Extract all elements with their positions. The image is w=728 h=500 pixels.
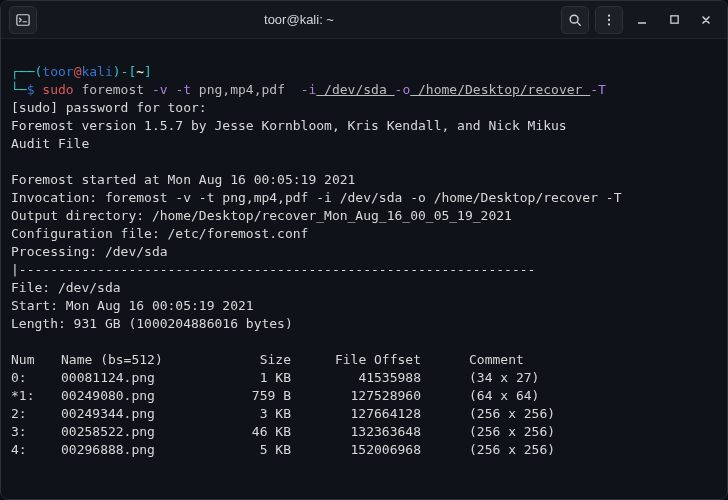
svg-point-1 bbox=[570, 15, 578, 23]
prompt-line-2: └─$ sudo foremost -v -t png,mp4,pdf -i /… bbox=[11, 82, 606, 97]
search-icon[interactable] bbox=[561, 6, 589, 34]
processing-line: Processing: /dev/sda bbox=[11, 244, 168, 259]
kebab-menu-icon[interactable] bbox=[595, 6, 623, 34]
terminal-output[interactable]: ┌──(toor@kali)-[~] └─$ sudo foremost -v … bbox=[1, 39, 727, 499]
foremost-version-line: Foremost version 1.5.7 by Jesse Kornbloo… bbox=[11, 118, 567, 133]
close-icon[interactable] bbox=[693, 8, 719, 32]
header-size: Size bbox=[231, 351, 321, 369]
invocation-line: Invocation: foremost -v -t png,mp4,pdf -… bbox=[11, 190, 621, 205]
length-line: Length: 931 GB (1000204886016 bytes) bbox=[11, 316, 293, 331]
table-header-row: Num Name (bs=512) Size File Offset Comme… bbox=[11, 351, 555, 369]
table-row: 2: 00249344.png 3 KB 127664128 (256 x 25… bbox=[11, 405, 555, 423]
output-directory-line: Output directory: /home/Desktop/recover_… bbox=[11, 208, 512, 223]
header-offset: File Offset bbox=[321, 351, 451, 369]
config-file-line: Configuration file: /etc/foremost.conf bbox=[11, 226, 308, 241]
header-name: Name (bs=512) bbox=[61, 351, 231, 369]
minimize-icon[interactable] bbox=[629, 8, 655, 32]
titlebar: toor@kali: ~ bbox=[1, 1, 727, 39]
audit-file-line: Audit File bbox=[11, 136, 89, 151]
table-row: 4: 00296888.png 5 KB 152006968 (256 x 25… bbox=[11, 441, 555, 459]
sudo-password-line: [sudo] password for toor: bbox=[11, 100, 207, 115]
maximize-icon[interactable] bbox=[661, 8, 687, 32]
svg-point-2 bbox=[608, 14, 610, 16]
terminal-app-icon[interactable] bbox=[9, 6, 37, 34]
window-title: toor@kali: ~ bbox=[43, 12, 555, 27]
svg-point-4 bbox=[608, 23, 610, 25]
prompt-line-1: ┌──(toor@kali)-[~] bbox=[11, 64, 152, 79]
file-line: File: /dev/sda bbox=[11, 280, 121, 295]
start-time-line: Start: Mon Aug 16 00:05:19 2021 bbox=[11, 298, 254, 313]
table-row: 3: 00258522.png 46 KB 132363648 (256 x 2… bbox=[11, 423, 555, 441]
svg-rect-0 bbox=[17, 14, 29, 25]
terminal-window: toor@kali: ~ ┌──(toor@kali)- bbox=[0, 0, 728, 500]
table-row: *1: 00249080.png 759 B 127528960 (64 x 6… bbox=[11, 387, 555, 405]
table-row: 0: 00081124.png 1 KB 41535988 (34 x 27) bbox=[11, 369, 555, 387]
svg-point-3 bbox=[608, 18, 610, 20]
started-line: Foremost started at Mon Aug 16 00:05:19 … bbox=[11, 172, 355, 187]
header-comment: Comment bbox=[451, 351, 555, 369]
separator-line: |---------------------------------------… bbox=[11, 262, 535, 277]
svg-rect-5 bbox=[670, 16, 677, 23]
header-num: Num bbox=[11, 351, 61, 369]
recovered-files-table: Num Name (bs=512) Size File Offset Comme… bbox=[11, 351, 555, 459]
